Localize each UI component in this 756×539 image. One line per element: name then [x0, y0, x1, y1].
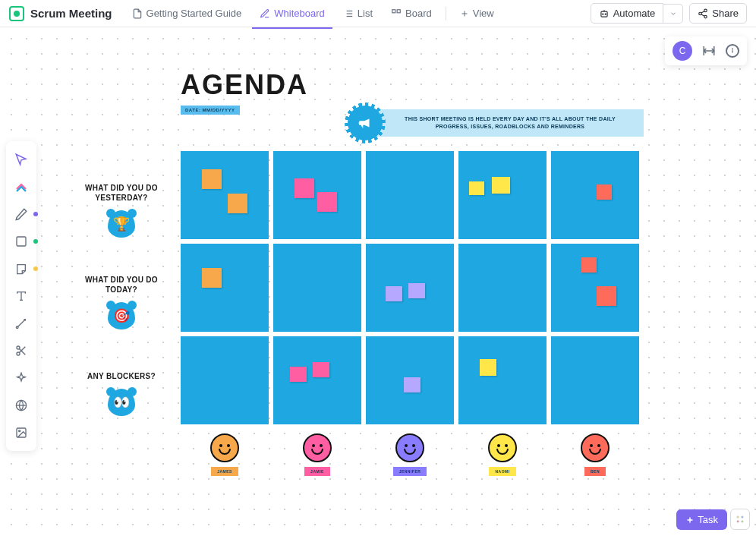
sticky-note[interactable]	[295, 178, 314, 198]
row-label-blockers[interactable]: ANY BLOCKERS? 👀	[76, 350, 167, 437]
sticky-note[interactable]	[202, 268, 222, 288]
tool-image[interactable]	[9, 421, 33, 445]
image-icon	[15, 427, 27, 439]
person-name: NAOMI	[489, 467, 515, 476]
grid-cell-r2-c1[interactable]	[273, 336, 361, 424]
tool-ai[interactable]	[9, 366, 33, 390]
color-dot	[33, 212, 38, 216]
tab-add-view[interactable]: View	[452, 3, 502, 24]
sticky-note[interactable]	[597, 184, 612, 200]
grid-cell-r0-c2[interactable]	[366, 151, 454, 239]
board-icon	[391, 8, 402, 19]
agenda-title[interactable]: AGENDA	[181, 69, 308, 101]
grid-cell-r2-c3[interactable]	[458, 336, 547, 424]
whiteboard-canvas[interactable]: C	[0, 27, 756, 539]
sticky-note[interactable]	[581, 257, 597, 273]
tool-scissors[interactable]	[9, 339, 33, 363]
sticky-note[interactable]	[313, 362, 329, 377]
tool-text[interactable]	[9, 284, 33, 308]
tool-web[interactable]	[9, 393, 33, 418]
color-dot	[33, 239, 38, 244]
grid-cell-r2-c2[interactable]	[366, 336, 454, 424]
tool-shape[interactable]	[9, 229, 33, 254]
tab-board[interactable]: Board	[383, 3, 439, 24]
share-icon	[698, 8, 708, 19]
chevron-down-icon	[669, 10, 677, 17]
person-name: JENNIFER	[393, 467, 427, 476]
tool-connector[interactable]	[9, 311, 33, 336]
user-avatar[interactable]: C	[673, 41, 692, 61]
person-name: JAMIE	[304, 467, 330, 476]
person-jamie[interactable]: JAMIE	[273, 433, 361, 476]
fit-width-button[interactable]	[701, 43, 717, 58]
sticky-note[interactable]	[317, 192, 337, 212]
svg-point-40	[742, 521, 743, 522]
tab-list[interactable]: List	[335, 3, 380, 24]
square-icon	[15, 235, 27, 247]
connector-icon	[15, 317, 27, 329]
target-icon: 🎯	[108, 302, 135, 329]
grid-cell-r1-c2[interactable]	[366, 244, 454, 332]
sticky-note[interactable]	[404, 377, 421, 392]
person-ben[interactable]: BEN	[551, 433, 639, 476]
grid-cell-r2-c4[interactable]	[551, 336, 639, 424]
grid-cell-r1-c1[interactable]	[273, 244, 361, 332]
svg-point-11	[602, 14, 603, 14]
scrum-grid	[181, 151, 639, 424]
whiteboard-icon	[260, 8, 270, 19]
row-label-today[interactable]: WHAT DID YOU DO TODAY? 🎯	[76, 258, 167, 345]
grid-cell-r1-c0[interactable]	[181, 244, 269, 332]
tab-whiteboard[interactable]: Whiteboard	[252, 3, 332, 24]
sticky-note[interactable]	[469, 181, 484, 195]
svg-point-13	[704, 9, 707, 11]
share-button[interactable]: Share	[689, 3, 747, 24]
svg-point-28	[17, 352, 20, 355]
scissors-icon	[15, 345, 27, 357]
svg-point-12	[605, 14, 606, 14]
svg-rect-7	[397, 9, 400, 12]
agenda-date[interactable]: DATE: MM/DD/YYYY	[181, 106, 240, 115]
grid-cell-r0-c1[interactable]	[273, 151, 361, 239]
smiley-icon	[210, 433, 239, 462]
sticky-note[interactable]	[290, 367, 307, 382]
clickup-icon	[14, 180, 28, 194]
sticky-note[interactable]	[228, 194, 247, 213]
space-icon[interactable]	[9, 6, 24, 21]
page-title[interactable]: Scrum Meeting	[30, 7, 112, 20]
sticky-note[interactable]	[492, 177, 510, 194]
sticky-note[interactable]	[386, 286, 402, 301]
svg-point-39	[737, 521, 739, 522]
automate-dropdown[interactable]	[663, 4, 683, 24]
sticky-note[interactable]	[597, 286, 616, 306]
agenda-banner[interactable]: THIS SHORT MEETING IS HELD EVERY DAY AND…	[348, 106, 644, 140]
tab-getting-started[interactable]: Getting Started Guide	[124, 3, 250, 24]
info-button[interactable]	[726, 44, 739, 58]
sticky-note[interactable]	[408, 283, 425, 298]
tool-clickup[interactable]	[9, 175, 33, 199]
grid-cell-r1-c3[interactable]	[458, 244, 547, 332]
person-james[interactable]: JAMES	[181, 433, 269, 476]
globe-icon	[15, 399, 27, 411]
new-task-button[interactable]: Task	[676, 509, 727, 530]
automate-button[interactable]: Automate	[591, 3, 664, 24]
grid-cell-r1-c4[interactable]	[551, 244, 639, 332]
sticky-note[interactable]	[202, 169, 222, 189]
grid-cell-r0-c4[interactable]	[551, 151, 639, 239]
document-icon	[132, 8, 143, 19]
row-label-yesterday[interactable]: WHAT DID YOU DO YESTERDAY? 🏆	[76, 166, 167, 254]
person-naomi[interactable]: NAOMI	[458, 433, 547, 476]
eyes-icon: 👀	[108, 389, 135, 416]
trophy-icon: 🏆	[108, 210, 135, 238]
grid-cell-r0-c0[interactable]	[181, 151, 269, 239]
svg-point-15	[704, 15, 707, 18]
view-tabs: Getting Started Guide Whiteboard List Bo…	[124, 3, 502, 24]
tool-pen[interactable]	[9, 202, 33, 226]
grid-dots-icon	[735, 514, 745, 525]
grid-cell-r2-c0[interactable]	[181, 336, 269, 424]
sticky-note[interactable]	[480, 359, 496, 376]
person-jennifer[interactable]: JENNIFER	[366, 433, 454, 476]
grid-cell-r0-c3[interactable]	[458, 151, 547, 239]
tool-sticky[interactable]	[9, 257, 33, 281]
tool-select[interactable]	[9, 147, 33, 172]
task-templates-button[interactable]	[730, 509, 750, 530]
